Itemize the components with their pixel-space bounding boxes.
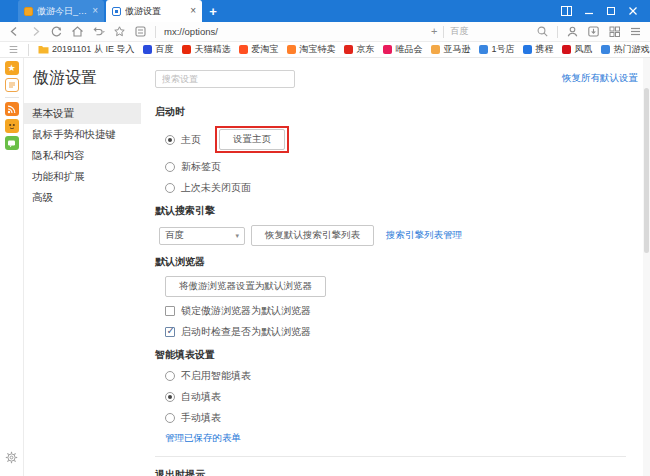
bookmark-favicon [431, 45, 440, 54]
rss-icon[interactable] [5, 102, 19, 116]
add-search-engine-icon[interactable]: + [431, 26, 437, 37]
bookmark-label: 淘宝特卖 [299, 43, 335, 56]
bookmark-item[interactable]: 百度 [143, 43, 173, 56]
divider [557, 26, 558, 38]
search-engine-select[interactable]: 百度 ▾ [159, 227, 245, 245]
bookmark-favicon [239, 45, 248, 54]
divider [155, 456, 626, 457]
selected-engine: 百度 [165, 229, 184, 242]
bookmark-favicon [344, 45, 353, 54]
scrollbar-thumb[interactable] [644, 88, 649, 253]
radio-label: 不启用智能填表 [181, 369, 251, 383]
undo-dropdown-icon[interactable] [92, 25, 105, 38]
radio-label: 主页 [181, 133, 201, 147]
settings-menu: 基本设置 鼠标手势和快捷键 隐私和内容 功能和扩展 高级 [24, 95, 141, 476]
bookmark-item[interactable]: 淘宝特卖 [287, 43, 335, 56]
section-default-browser: 默认浏览器 将傲游浏览器设置为默认浏览器 锁定傲游浏览器为默认浏览器 启动时检查… [155, 255, 634, 339]
green-app-icon[interactable] [5, 136, 19, 150]
search-icon[interactable] [536, 25, 549, 38]
settings-page: 傲游设置 恢复所有默认设置 基本设置 鼠标手势和快捷键 隐私和内容 功能和扩展 … [24, 58, 650, 476]
window-controls [561, 0, 650, 22]
refresh-icon[interactable] [50, 25, 63, 38]
radio-autofill-auto[interactable] [165, 392, 175, 402]
search-box[interactable]: + 百度 [431, 25, 549, 38]
bookmark-item[interactable]: 热门游戏 [601, 43, 649, 56]
apps-grid-icon[interactable] [608, 25, 621, 38]
new-tab-button[interactable]: + [202, 0, 224, 22]
set-homepage-button[interactable]: 设置主页 [219, 129, 285, 150]
bookmark-item[interactable]: 爱淘宝 [239, 43, 278, 56]
bookmark-item[interactable]: 1号店 [479, 43, 514, 56]
radio-autofill-manual[interactable] [165, 413, 175, 423]
radio-new-tab-page[interactable] [165, 162, 175, 172]
bookmark-folder[interactable]: 20191101 从 IE 导入 [38, 43, 134, 56]
restore-all-defaults-link[interactable]: 恢复所有默认设置 [562, 72, 638, 85]
section-title: 默认浏览器 [155, 255, 634, 269]
browser-window: 傲游今日_傲游用户专属的 × 傲游设置 × + mx://options/ + [0, 0, 650, 476]
restore-search-engines-button[interactable]: 恢复默认搜索引擎列表 [251, 225, 374, 246]
radio-homepage[interactable] [165, 135, 175, 145]
checkbox-check-on-startup[interactable] [165, 327, 175, 337]
settings-search-input[interactable] [155, 70, 295, 88]
menu-item-mouse-gestures[interactable]: 鼠标手势和快捷键 [24, 124, 141, 145]
tab-maxthon-today[interactable]: 傲游今日_傲游用户专属的 × [18, 0, 104, 22]
bookmark-item[interactable]: 京东 [344, 43, 374, 56]
bookmark-item[interactable]: 天猫精选 [182, 43, 230, 56]
checkbox-label: 启动时检查是否为默认浏览器 [181, 325, 311, 339]
bookmark-favicon [562, 45, 571, 54]
radio-last-session[interactable] [165, 183, 175, 193]
snapshot-icon[interactable] [134, 25, 147, 38]
forward-icon[interactable] [29, 25, 42, 38]
close-tab-icon[interactable]: × [190, 6, 196, 16]
download-icon[interactable] [587, 25, 600, 38]
bookmark-label: 1号店 [491, 43, 514, 56]
menu-item-privacy-content[interactable]: 隐私和内容 [24, 145, 141, 166]
scrollbar[interactable] [643, 58, 650, 476]
close-tab-icon[interactable]: × [92, 6, 98, 16]
close-window-icon[interactable] [628, 6, 638, 16]
radio-autofill-off[interactable] [165, 371, 175, 381]
notes-icon[interactable] [5, 78, 19, 92]
bookmark-item[interactable]: 亚马逊 [431, 43, 470, 56]
layout-icon[interactable] [561, 6, 572, 16]
bookmark-favicon [479, 45, 488, 54]
manage-saved-forms-link[interactable]: 管理已保存的表单 [165, 432, 241, 445]
set-default-browser-button[interactable]: 将傲游浏览器设置为默认浏览器 [165, 276, 326, 297]
bookmark-favicon [383, 45, 392, 54]
bookmark-favicon [182, 45, 191, 54]
section-search-engine: 默认搜索引擎 百度 ▾ 恢复默认搜索引擎列表 搜索引擎列表管理 [155, 204, 634, 246]
radio-label: 手动填表 [181, 411, 221, 425]
bookmark-item[interactable]: 凤凰 [562, 43, 592, 56]
divider [5, 97, 19, 98]
bookmark-label: 亚马逊 [443, 43, 470, 56]
menu-item-features-extensions[interactable]: 功能和扩展 [24, 166, 141, 187]
back-icon[interactable] [8, 25, 21, 38]
menu-icon[interactable] [629, 25, 642, 38]
bookmark-label: 唯品会 [395, 43, 422, 56]
section-title: 智能填表设置 [155, 348, 634, 362]
bookmark-item[interactable]: 唯品会 [383, 43, 422, 56]
mascot-icon[interactable] [5, 119, 19, 133]
tab-settings[interactable]: 傲游设置 × [106, 0, 202, 22]
favorite-star-icon[interactable] [113, 25, 126, 38]
favorites-star-icon[interactable]: ★ [5, 61, 19, 75]
menu-item-basic-settings[interactable]: 基本设置 [24, 103, 141, 124]
tab-title: 傲游设置 [125, 5, 186, 18]
home-icon[interactable] [71, 25, 84, 38]
manage-search-engines-link[interactable]: 搜索引擎列表管理 [386, 229, 462, 242]
bookmark-label: 热门游戏 [613, 43, 649, 56]
bookmark-item[interactable]: 携程 [523, 43, 553, 56]
address-url[interactable]: mx://options/ [164, 26, 218, 37]
menu-item-advanced[interactable]: 高级 [24, 187, 141, 208]
bookmarks-list-icon[interactable] [8, 44, 19, 55]
navigation-bar: mx://options/ + 百度 [0, 22, 650, 42]
maximize-icon[interactable] [606, 6, 616, 16]
settings-gear-icon[interactable] [5, 450, 18, 468]
maxthon-today-favicon-icon [24, 7, 33, 16]
minimize-icon[interactable] [584, 6, 594, 16]
search-engine-placeholder[interactable]: 百度 [450, 25, 530, 38]
checkbox-lock-default-browser[interactable] [165, 306, 175, 316]
section-autofill: 智能填表设置 不启用智能填表 自动填表 手动填表 [155, 348, 634, 445]
chevron-down-icon: ▾ [235, 232, 239, 240]
user-account-icon[interactable] [566, 25, 579, 38]
